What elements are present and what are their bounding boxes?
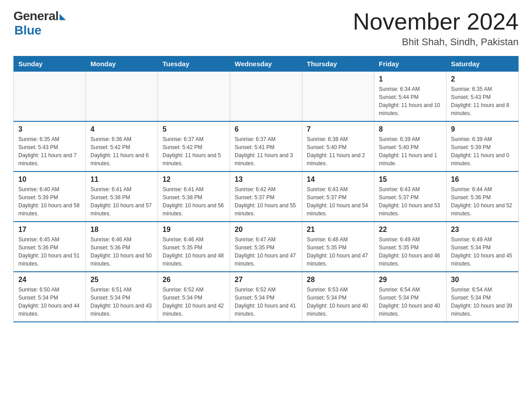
month-year-title: November 2024 — [353, 9, 519, 34]
calendar-cell: 29Sunrise: 6:54 AMSunset: 5:34 PMDayligh… — [374, 272, 446, 322]
day-info-text: Daylight: 10 hours and 47 minutes. — [307, 252, 369, 268]
day-info-text: Daylight: 11 hours and 7 minutes. — [18, 151, 81, 167]
day-info-text: Daylight: 10 hours and 41 minutes. — [235, 302, 297, 318]
calendar-cell: 8Sunrise: 6:39 AMSunset: 5:40 PMDaylight… — [374, 121, 446, 171]
day-info-text: Sunset: 5:36 PM — [18, 244, 81, 252]
day-number: 2 — [451, 75, 514, 83]
day-number: 22 — [379, 226, 442, 234]
day-number: 29 — [379, 276, 442, 284]
day-info-text: Sunrise: 6:50 AM — [18, 286, 81, 294]
day-info-text: Sunset: 5:40 PM — [307, 143, 369, 151]
calendar-cell: 20Sunrise: 6:47 AMSunset: 5:35 PMDayligh… — [230, 222, 302, 272]
day-info-text: Sunrise: 6:53 AM — [307, 286, 369, 294]
day-number: 25 — [90, 276, 153, 284]
calendar-cell: 6Sunrise: 6:37 AMSunset: 5:41 PMDaylight… — [230, 121, 302, 171]
day-info-text: Sunset: 5:34 PM — [235, 294, 297, 302]
day-number: 5 — [163, 125, 225, 133]
day-info-text: Sunrise: 6:49 AM — [379, 235, 442, 244]
day-info-text: Daylight: 10 hours and 53 minutes. — [379, 201, 442, 218]
calendar-cell: 30Sunrise: 6:54 AMSunset: 5:34 PMDayligh… — [446, 272, 519, 322]
day-info-text: Sunset: 5:42 PM — [163, 143, 225, 151]
day-info-text: Sunrise: 6:52 AM — [235, 286, 297, 294]
day-info-text: Daylight: 11 hours and 5 minutes. — [163, 151, 225, 167]
day-header-friday: Friday — [374, 56, 446, 72]
day-info-text: Daylight: 11 hours and 8 minutes. — [451, 101, 514, 117]
calendar-cell: 24Sunrise: 6:50 AMSunset: 5:34 PMDayligh… — [14, 272, 86, 322]
calendar-cell: 17Sunrise: 6:45 AMSunset: 5:36 PMDayligh… — [14, 222, 86, 272]
day-info-text: Daylight: 10 hours and 44 minutes. — [18, 302, 81, 318]
day-info-text: Sunrise: 6:38 AM — [307, 135, 369, 143]
day-number: 12 — [163, 176, 225, 184]
calendar-cell: 2Sunrise: 6:35 AMSunset: 5:43 PMDaylight… — [446, 72, 519, 122]
day-number: 4 — [90, 125, 153, 133]
calendar-cell: 18Sunrise: 6:46 AMSunset: 5:36 PMDayligh… — [86, 222, 158, 272]
day-number: 23 — [451, 226, 514, 234]
day-info-text: Sunrise: 6:44 AM — [451, 185, 514, 193]
calendar-cell: 12Sunrise: 6:41 AMSunset: 5:38 PMDayligh… — [158, 171, 230, 222]
day-info-text: Sunrise: 6:41 AM — [163, 185, 225, 193]
day-info-text: Daylight: 10 hours and 40 minutes. — [379, 302, 442, 318]
day-info-text: Sunset: 5:36 PM — [451, 193, 514, 201]
day-number: 19 — [163, 226, 225, 234]
day-info-text: Sunset: 5:34 PM — [379, 294, 442, 302]
day-info-text: Sunset: 5:44 PM — [379, 93, 442, 101]
day-header-thursday: Thursday — [302, 56, 374, 72]
day-info-text: Sunrise: 6:43 AM — [379, 185, 442, 193]
day-number: 27 — [235, 276, 297, 284]
calendar-cell: 7Sunrise: 6:38 AMSunset: 5:40 PMDaylight… — [302, 121, 374, 171]
day-number: 10 — [18, 176, 81, 184]
day-number: 24 — [18, 276, 81, 284]
logo-general-text: General — [13, 9, 59, 23]
day-info-text: Daylight: 10 hours and 43 minutes. — [90, 302, 153, 318]
calendar-cell: 10Sunrise: 6:40 AMSunset: 5:39 PMDayligh… — [14, 171, 86, 222]
day-info-text: Sunset: 5:38 PM — [90, 193, 153, 201]
calendar-cell — [158, 72, 230, 122]
day-info-text: Daylight: 10 hours and 50 minutes. — [90, 252, 153, 268]
calendar-cell: 9Sunrise: 6:39 AMSunset: 5:39 PMDaylight… — [446, 121, 519, 171]
day-info-text: Sunrise: 6:43 AM — [307, 185, 369, 193]
day-info-text: Sunrise: 6:35 AM — [451, 85, 514, 93]
calendar-cell: 23Sunrise: 6:49 AMSunset: 5:34 PMDayligh… — [446, 222, 519, 272]
day-info-text: Sunset: 5:37 PM — [235, 193, 297, 201]
title-block: November 2024 Bhit Shah, Sindh, Pakistan — [353, 9, 519, 48]
day-info-text: Sunrise: 6:54 AM — [379, 286, 442, 294]
day-info-text: Sunrise: 6:45 AM — [18, 235, 81, 244]
day-info-text: Sunset: 5:35 PM — [235, 244, 297, 252]
day-info-text: Sunset: 5:37 PM — [379, 193, 442, 201]
day-info-text: Daylight: 11 hours and 0 minutes. — [451, 151, 514, 167]
day-info-text: Daylight: 10 hours and 40 minutes. — [307, 302, 369, 318]
calendar-cell — [230, 72, 302, 122]
day-number: 3 — [18, 125, 81, 133]
day-number: 14 — [307, 176, 369, 184]
day-info-text: Sunset: 5:34 PM — [90, 294, 153, 302]
day-info-text: Sunset: 5:43 PM — [451, 93, 514, 101]
day-number: 30 — [451, 276, 514, 284]
calendar-cell — [302, 72, 374, 122]
day-info-text: Daylight: 10 hours and 47 minutes. — [235, 252, 297, 268]
calendar-cell: 3Sunrise: 6:35 AMSunset: 5:43 PMDaylight… — [14, 121, 86, 171]
calendar-cell: 28Sunrise: 6:53 AMSunset: 5:34 PMDayligh… — [302, 272, 374, 322]
calendar-cell: 25Sunrise: 6:51 AMSunset: 5:34 PMDayligh… — [86, 272, 158, 322]
calendar-cell: 5Sunrise: 6:37 AMSunset: 5:42 PMDaylight… — [158, 121, 230, 171]
day-info-text: Sunrise: 6:37 AM — [163, 135, 225, 143]
calendar-cell — [86, 72, 158, 122]
day-number: 18 — [90, 226, 153, 234]
day-info-text: Daylight: 10 hours and 42 minutes. — [163, 302, 225, 318]
day-info-text: Sunrise: 6:34 AM — [379, 85, 442, 93]
day-info-text: Sunset: 5:34 PM — [307, 294, 369, 302]
day-number: 6 — [235, 125, 297, 133]
day-number: 16 — [451, 176, 514, 184]
calendar-cell: 14Sunrise: 6:43 AMSunset: 5:37 PMDayligh… — [302, 171, 374, 222]
day-info-text: Sunset: 5:41 PM — [235, 143, 297, 151]
day-info-text: Sunset: 5:34 PM — [18, 294, 81, 302]
day-info-text: Daylight: 10 hours and 52 minutes. — [451, 201, 514, 218]
day-number: 28 — [307, 276, 369, 284]
day-info-text: Sunset: 5:42 PM — [90, 143, 153, 151]
day-info-text: Sunset: 5:35 PM — [307, 244, 369, 252]
day-info-text: Sunrise: 6:49 AM — [451, 235, 514, 244]
day-info-text: Sunrise: 6:46 AM — [163, 235, 225, 244]
calendar-week-row: 1Sunrise: 6:34 AMSunset: 5:44 PMDaylight… — [14, 72, 519, 122]
day-info-text: Sunrise: 6:39 AM — [379, 135, 442, 143]
day-info-text: Daylight: 10 hours and 58 minutes. — [18, 201, 81, 218]
day-number: 26 — [163, 276, 225, 284]
